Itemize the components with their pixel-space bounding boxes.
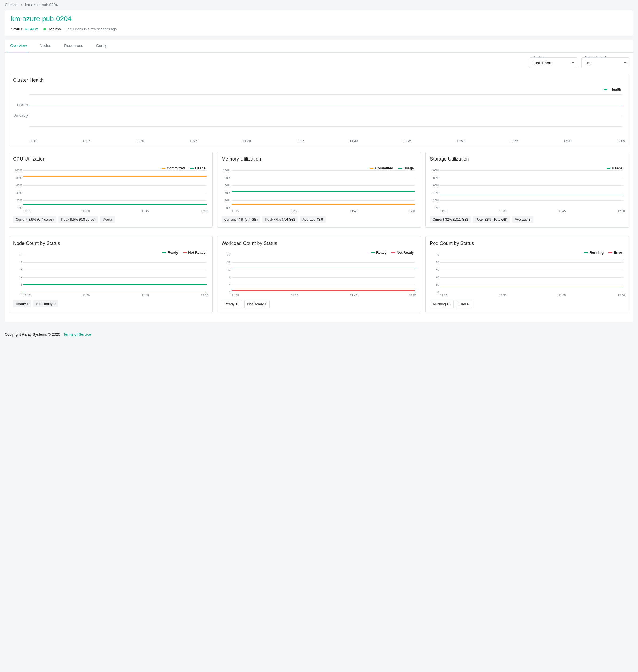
panel-title: Memory Utilization — [221, 156, 417, 162]
health-dot-icon — [43, 28, 46, 30]
legend-usage[interactable]: Usage — [190, 166, 205, 170]
breadcrumb-sep: › — [21, 3, 22, 7]
legend-ready[interactable]: Ready — [162, 250, 178, 255]
status-text: Status: READY — [11, 27, 38, 31]
breadcrumb-current: km-azure-pub-0204 — [25, 3, 58, 7]
legend-committed[interactable]: Committed — [370, 166, 393, 170]
workload-chart: Ready Not Ready 20 16 12 8 4 0 — [232, 249, 415, 292]
stat-avg: Average 43.9 — [300, 216, 326, 223]
storage-usage-series — [440, 196, 623, 196]
tab-config[interactable]: Config — [94, 39, 110, 52]
memory-chart: Committed Usage 100% 80% 60% 40% 20% 0% — [232, 165, 415, 208]
stat-avg: Average 3 — [512, 216, 533, 223]
breadcrumb: Clusters › km-azure-pub-0204 — [5, 0, 633, 10]
chevron-down-icon — [572, 62, 574, 64]
cluster-title: km-azure-pub-0204 — [11, 15, 627, 23]
stat-current: Current 32% (10.1 GB) — [430, 216, 471, 223]
pod-chart: Running Error 50 40 30 20 10 0 — [440, 249, 623, 292]
stat-peak: Peak 9.5% (0.8 cores) — [58, 216, 98, 223]
legend-usage[interactable]: Usage — [606, 166, 622, 170]
pod-error-series — [440, 288, 623, 288]
tab-resources[interactable]: Resources — [62, 39, 85, 52]
stat-peak: Peak 32% (10.1 GB) — [473, 216, 510, 223]
tab-nodes[interactable]: Nodes — [38, 39, 53, 52]
last-check-text: Last Check in a few seconds ago — [66, 27, 117, 31]
workload-ready-series — [232, 268, 415, 268]
copyright-text: Copyright Rafay Systems © 2020 — [5, 332, 60, 337]
mem-committed-series — [232, 204, 415, 204]
stat-current: Current 44% (7.4 GB) — [221, 216, 261, 223]
cpu-usage-series — [23, 204, 207, 205]
stat-current: Current 8.6% (0.7 cores) — [13, 216, 56, 223]
legend-notready[interactable]: Not Ready — [391, 250, 414, 255]
cpu-committed-series — [23, 176, 207, 177]
panel-memory: Memory Utilization Committed Usage 100% … — [217, 152, 421, 228]
panel-storage: Storage Utilization Usage 100% 80% 60% 4… — [425, 152, 629, 228]
stat-notready: Not Ready 1 — [244, 300, 269, 308]
legend-error[interactable]: Error — [608, 250, 622, 255]
stat-peak: Peak 44% (7.4 GB) — [263, 216, 298, 223]
stat-ready: Ready 13 — [221, 300, 242, 308]
ylabel-healthy: Healthy — [13, 103, 28, 107]
mem-usage-series — [232, 191, 415, 192]
xticks: 11:1011:15 11:2011:25 11:3011:35 11:4011… — [29, 139, 625, 143]
panel-title: Storage Utilization — [430, 156, 625, 162]
legend-committed[interactable]: Committed — [162, 166, 185, 170]
stat-ready: Ready 1 — [13, 300, 31, 308]
legend-notready[interactable]: Not Ready — [183, 250, 205, 255]
cluster-header-card: km-azure-pub-0204 Status: READY Healthy … — [5, 10, 633, 36]
node-notready-series — [23, 292, 207, 293]
health-indicator: Healthy — [43, 27, 61, 31]
legend-usage[interactable]: Usage — [398, 166, 414, 170]
stat-running: Running 45 — [430, 300, 454, 308]
panel-cluster-health: Cluster Health Health Healthy Unhealthy — [9, 73, 629, 147]
breadcrumb-root[interactable]: Clusters — [5, 3, 18, 7]
panel-pod-count: Pod Count by Status Running Error 50 40 … — [425, 236, 629, 312]
duration-select[interactable]: Last 1 hour — [529, 58, 577, 68]
panel-title: Cluster Health — [13, 78, 625, 83]
pod-running-series — [440, 259, 623, 259]
terms-of-service-link[interactable]: Terms of Service — [63, 332, 91, 337]
storage-chart: Usage 100% 80% 60% 40% 20% 0% — [440, 165, 623, 208]
refresh-select[interactable]: 1m — [582, 58, 629, 68]
node-ready-series — [23, 284, 207, 285]
stat-notready: Not Ready 0 — [33, 300, 58, 308]
panel-workload-count: Workload Count by Status Ready Not Ready… — [217, 236, 421, 312]
panel-title: Workload Count by Status — [221, 241, 417, 246]
legend-running[interactable]: Running — [584, 250, 604, 255]
cluster-health-chart: Health Healthy Unhealthy — [29, 86, 622, 137]
panel-title: Node Count by Status — [13, 241, 208, 246]
panel-node-count: Node Count by Status Ready Not Ready 5 4… — [9, 236, 213, 312]
footer: Copyright Rafay Systems © 2020 Terms of … — [0, 326, 638, 342]
stat-error: Error 6 — [456, 300, 472, 308]
stat-avg: Avera — [100, 216, 115, 223]
tab-bar: Overview Nodes Resources Config — [5, 39, 633, 53]
workload-notready-series — [232, 290, 415, 291]
ylabel-unhealthy: Unhealthy — [13, 114, 28, 117]
node-chart: Ready Not Ready 5 4 3 2 1 0 — [23, 249, 207, 292]
legend-ready[interactable]: Ready — [371, 250, 387, 255]
panel-title: Pod Count by Status — [430, 241, 625, 246]
status-value: READY — [24, 27, 38, 31]
panel-title: CPU Utilization — [13, 156, 208, 162]
legend-health[interactable]: Health — [604, 87, 621, 91]
tab-overview[interactable]: Overview — [8, 39, 29, 52]
panel-cpu: CPU Utilization Committed Usage 100% 80%… — [9, 152, 213, 228]
cpu-chart: Committed Usage 100% 80% 60% 40% 20% 0% — [23, 165, 207, 208]
chevron-down-icon — [624, 62, 626, 64]
health-series — [29, 105, 622, 105]
